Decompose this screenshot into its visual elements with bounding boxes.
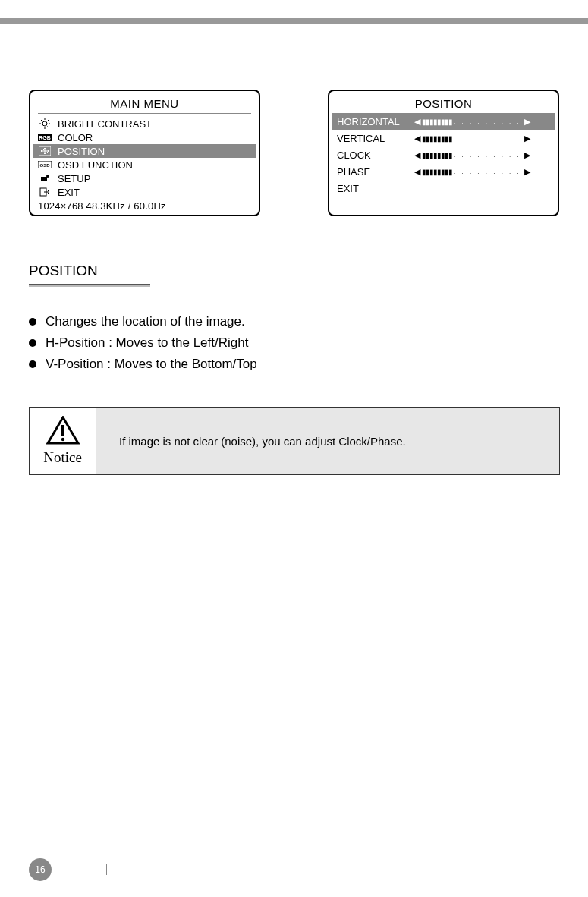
menu-item-label: BRIGHT CONTRAST <box>58 118 152 130</box>
menu-item-label: SETUP <box>58 173 90 184</box>
position-item-horizontal[interactable]: HORIZONTAL ◀ ▮▮▮▮▮▮▮▮ . . . . . . . . . … <box>332 113 555 130</box>
menu-item-label: OSD FUNCTION <box>58 159 133 171</box>
exit-icon <box>36 187 53 197</box>
position-panel-title: POSITION <box>332 96 555 113</box>
section-heading: POSITION <box>29 263 98 279</box>
position-item-clock[interactable]: CLOCK ◀ ▮▮▮▮▮▮▮▮ . . . . . . . . . ▶ <box>332 146 555 163</box>
slider-dots: . . . . . . . . . <box>452 135 523 142</box>
bullet-text: H-Position : Moves to the Left/Right <box>46 335 248 351</box>
position-item-label: HORIZONTAL <box>337 116 413 127</box>
position-item-label: EXIT <box>337 183 413 194</box>
slider[interactable]: ◀ ▮▮▮▮▮▮▮▮ . . . . . . . . . ▶ <box>413 117 532 127</box>
top-bar <box>0 18 588 24</box>
bullet-text: V-Position : Moves to the Bottom/Top <box>46 357 257 372</box>
main-menu-panel: MAIN MENU BRIGHT CONTRAST RGB COLOR POSI… <box>29 90 260 216</box>
title-underline <box>38 113 251 114</box>
slider-fill: ▮▮▮▮▮▮▮▮ <box>422 118 452 126</box>
page-number: 16 <box>29 858 52 881</box>
rgb-icon: RGB <box>36 132 53 143</box>
slider-fill: ▮▮▮▮▮▮▮▮ <box>422 168 452 176</box>
main-menu-title: MAIN MENU <box>33 96 256 113</box>
bullet-list: Changes the location of the image. H-Pos… <box>29 314 257 378</box>
right-arrow-icon: ▶ <box>523 167 532 177</box>
svg-point-20 <box>61 438 64 441</box>
svg-text:OSD: OSD <box>39 163 50 168</box>
bullet-item: V-Position : Moves to the Bottom/Top <box>29 357 257 372</box>
position-icon <box>36 146 53 156</box>
menu-item-position[interactable]: POSITION <box>33 144 256 158</box>
slider-fill: ▮▮▮▮▮▮▮▮ <box>422 151 452 159</box>
svg-text:RGB: RGB <box>39 135 51 140</box>
slider[interactable]: ◀ ▮▮▮▮▮▮▮▮ . . . . . . . . . ▶ <box>413 150 532 160</box>
menu-item-label: EXIT <box>58 187 80 198</box>
right-arrow-icon: ▶ <box>523 134 532 143</box>
left-arrow-icon: ◀ <box>413 150 422 160</box>
position-item-vertical[interactable]: VERTICAL ◀ ▮▮▮▮▮▮▮▮ . . . . . . . . . ▶ <box>332 130 555 146</box>
section-underline <box>29 284 150 287</box>
position-item-label: PHASE <box>337 166 413 178</box>
osd-panels-row: MAIN MENU BRIGHT CONTRAST RGB COLOR POSI… <box>29 90 559 216</box>
position-item-phase[interactable]: PHASE ◀ ▮▮▮▮▮▮▮▮ . . . . . . . . . ▶ <box>332 163 555 180</box>
bullet-item: H-Position : Moves to the Left/Right <box>29 335 257 351</box>
slider-dots: . . . . . . . . . <box>452 168 523 175</box>
bullet-dot-icon <box>29 360 36 368</box>
slider[interactable]: ◀ ▮▮▮▮▮▮▮▮ . . . . . . . . . ▶ <box>413 134 532 143</box>
menu-item-color[interactable]: RGB COLOR <box>33 131 256 144</box>
right-arrow-icon: ▶ <box>523 117 532 127</box>
slider-dots: . . . . . . . . . <box>452 118 523 125</box>
bullet-text: Changes the location of the image. <box>46 314 245 329</box>
menu-item-label: COLOR <box>58 132 93 143</box>
menu-item-setup[interactable]: SETUP <box>33 172 256 185</box>
position-panel: POSITION HORIZONTAL ◀ ▮▮▮▮▮▮▮▮ . . . . .… <box>328 90 559 216</box>
footer-separator <box>106 864 107 875</box>
bullet-item: Changes the location of the image. <box>29 314 257 329</box>
brightness-icon <box>36 118 53 129</box>
osd-icon: OSD <box>36 159 53 170</box>
notice-text: If image is not clear (noise), you can a… <box>96 408 559 474</box>
left-arrow-icon: ◀ <box>413 167 422 177</box>
warning-icon <box>46 416 80 449</box>
menu-item-label: POSITION <box>58 146 105 157</box>
svg-line-7 <box>41 127 42 128</box>
menu-item-osd-function[interactable]: OSD OSD FUNCTION <box>33 158 256 172</box>
footer: 16 <box>29 859 588 880</box>
left-arrow-icon: ◀ <box>413 134 422 143</box>
notice-box: Notice If image is not clear (noise), yo… <box>29 407 560 475</box>
svg-line-8 <box>48 120 49 121</box>
slider-dots: . . . . . . . . . <box>452 152 523 159</box>
slider-fill: ▮▮▮▮▮▮▮▮ <box>422 134 452 143</box>
notice-left: Notice <box>30 408 96 474</box>
bullet-dot-icon <box>29 318 36 326</box>
menu-item-exit[interactable]: EXIT <box>33 185 256 199</box>
notice-label: Notice <box>43 449 82 466</box>
menu-item-bright-contrast[interactable]: BRIGHT CONTRAST <box>33 117 256 131</box>
svg-line-5 <box>41 120 42 121</box>
right-arrow-icon: ▶ <box>523 150 532 160</box>
setup-icon <box>36 173 53 184</box>
bullet-dot-icon <box>29 339 36 347</box>
resolution-status: 1024×768 48.3KHz / 60.0Hz <box>33 199 256 212</box>
svg-line-6 <box>48 127 49 128</box>
position-item-label: CLOCK <box>337 150 413 161</box>
slider[interactable]: ◀ ▮▮▮▮▮▮▮▮ . . . . . . . . . ▶ <box>413 167 532 177</box>
svg-point-0 <box>42 121 47 126</box>
position-item-exit[interactable]: EXIT <box>332 180 555 197</box>
position-item-label: VERTICAL <box>337 133 413 144</box>
left-arrow-icon: ◀ <box>413 117 422 127</box>
